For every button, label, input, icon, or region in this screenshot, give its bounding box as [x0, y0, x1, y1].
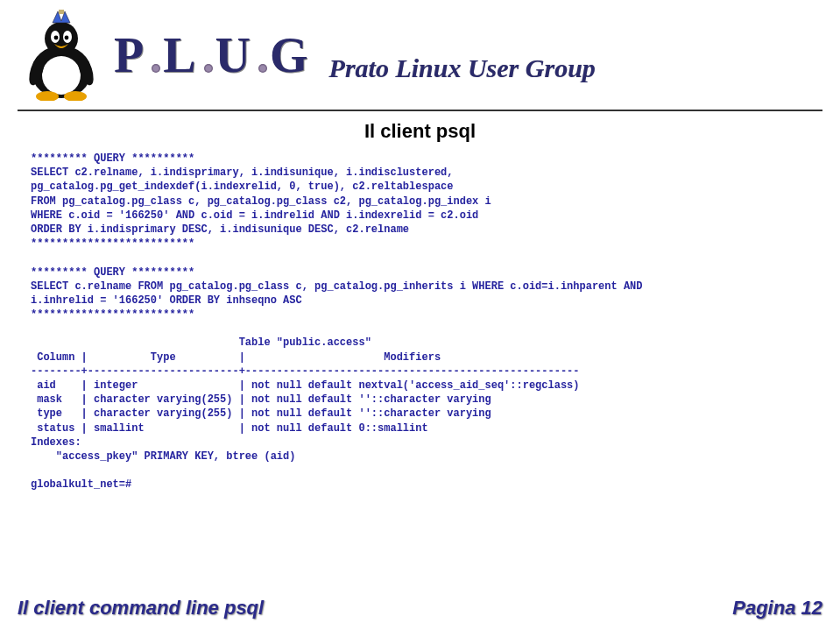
footer-left: Il client command line psql	[18, 597, 264, 619]
svg-rect-11	[59, 10, 64, 14]
slide-title: Il client psql	[31, 120, 809, 143]
svg-point-6	[65, 36, 69, 40]
footer: Il client command line psql Pagina 12	[18, 597, 822, 619]
logo-title-row: PLUG Prato Linux User Group	[114, 27, 822, 83]
penguin-logo-icon	[18, 9, 105, 101]
content-area: Il client psql ********* QUERY *********…	[0, 117, 840, 492]
footer-page-number: 12	[801, 597, 822, 619]
svg-point-1	[42, 56, 81, 95]
footer-right: Pagina 12	[732, 597, 822, 619]
header: PLUG Prato Linux User Group	[0, 0, 840, 110]
code-block: ********* QUERY ********** SELECT c2.rel…	[31, 152, 809, 492]
logo-text: PLUG	[114, 27, 314, 83]
svg-point-5	[54, 36, 59, 40]
svg-point-2	[45, 22, 78, 55]
footer-page-label: Pagina	[732, 597, 795, 619]
logo-subtitle: Prato Linux User Group	[329, 53, 596, 83]
logo-text-area: PLUG Prato Linux User Group	[114, 27, 822, 83]
header-divider	[18, 110, 822, 111]
